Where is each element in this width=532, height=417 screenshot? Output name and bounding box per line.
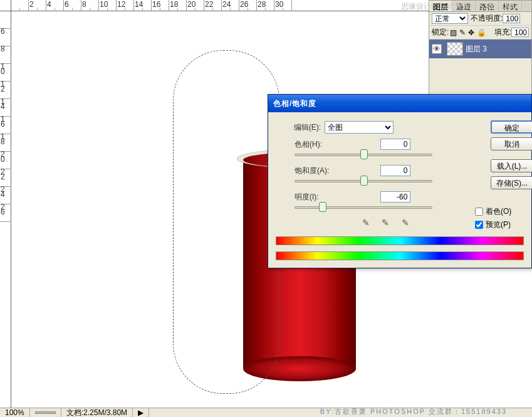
zoom-slider[interactable]: [30, 408, 61, 417]
layer-name[interactable]: 图层 3: [466, 44, 487, 55]
hue-label: 色相(H):: [295, 139, 341, 150]
tab-paths[interactable]: 路径: [476, 1, 499, 11]
saturation-slider[interactable]: [295, 180, 432, 182]
lightness-input[interactable]: -60: [380, 191, 410, 203]
preview-label[interactable]: 预览(P): [486, 219, 511, 230]
ruler-origin[interactable]: [0, 0, 11, 11]
layer-thumbnail[interactable]: [447, 42, 463, 56]
lightness-thumb[interactable]: [319, 202, 326, 212]
eyedropper-plus-icon[interactable]: ✎: [379, 218, 392, 230]
lock-brush-icon[interactable]: ✎: [459, 28, 466, 37]
fill-input[interactable]: 100: [511, 28, 529, 37]
tab-channels[interactable]: 通道: [452, 1, 476, 11]
preview-checkbox[interactable]: [475, 221, 483, 229]
eyedropper-icon[interactable]: ✎: [360, 218, 372, 230]
doc-size[interactable]: 文档:2.25M/3.80M: [61, 408, 133, 417]
save-button[interactable]: 存储(S)...: [491, 176, 532, 189]
visibility-eye-icon[interactable]: 👁: [432, 44, 442, 54]
colorize-label[interactable]: 着色(O): [486, 206, 511, 217]
saturation-label: 饱和度(A):: [295, 166, 341, 176]
lightness-label: 明度(I):: [295, 192, 341, 203]
panel-tabs: 图层 通道 路径 样式: [429, 1, 531, 12]
eyedropper-minus-icon[interactable]: ✎: [399, 218, 412, 230]
saturation-input[interactable]: 0: [380, 165, 410, 176]
lightness-slider[interactable]: [295, 206, 432, 209]
ruler-vertical[interactable]: 68101214161820222426: [0, 11, 11, 408]
tab-layers[interactable]: 图层: [429, 1, 452, 11]
layer-row[interactable]: 👁 图层 3: [429, 40, 531, 58]
lock-all-icon[interactable]: 🔒: [477, 28, 486, 37]
fill-label: 填充:: [494, 27, 511, 38]
eyedropper-group: ✎ ✎ ✎: [357, 218, 414, 230]
edit-select[interactable]: 全图: [325, 121, 394, 134]
hue-slider[interactable]: [295, 154, 432, 156]
color-spectrum-bottom: [276, 251, 524, 260]
load-button[interactable]: 载入(L)...: [491, 159, 532, 172]
tab-styles[interactable]: 样式: [499, 1, 522, 11]
color-spectrum-top: [276, 236, 524, 245]
status-arrow-icon[interactable]: ▶: [133, 408, 149, 417]
zoom-level[interactable]: 100%: [0, 408, 30, 417]
edit-label: 编辑(E):: [276, 122, 321, 133]
dialog-titlebar[interactable]: 色相/饱和度: [268, 95, 531, 112]
hue-thumb[interactable]: [360, 149, 368, 159]
opacity-label: 不透明度:: [471, 13, 503, 24]
blend-mode-select[interactable]: 正常: [432, 13, 468, 24]
colorize-checkbox[interactable]: [475, 208, 483, 216]
credit-footer: BY:古欲香萧 PHOTOSHOP 交流群：155189433: [320, 407, 507, 416]
lock-move-icon[interactable]: ✥: [468, 28, 474, 37]
saturation-thumb[interactable]: [360, 176, 368, 186]
cancel-button[interactable]: 取消: [491, 137, 532, 150]
opacity-input[interactable]: 100: [503, 14, 520, 23]
ok-button[interactable]: 确定: [491, 120, 532, 134]
lock-transparency-icon[interactable]: ▨: [450, 28, 457, 37]
lock-label: 锁定:: [432, 27, 449, 38]
hue-input[interactable]: 0: [380, 139, 410, 150]
